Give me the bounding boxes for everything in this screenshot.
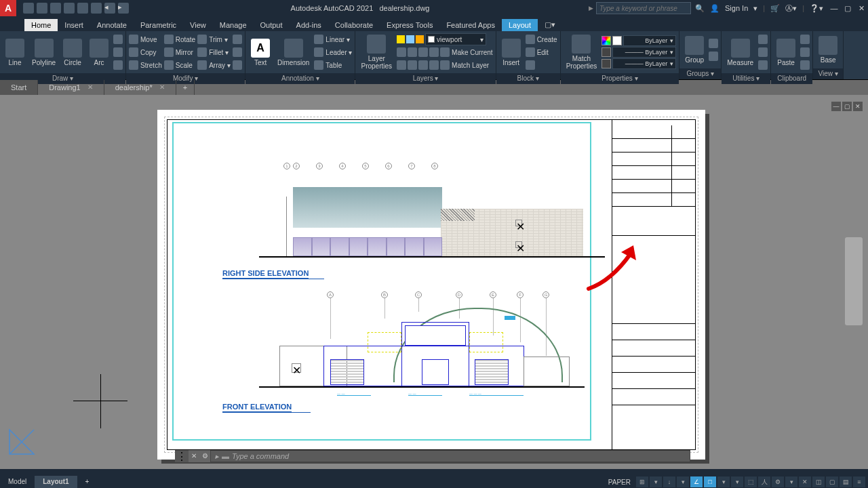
tab-express[interactable]: Express Tools [380,19,439,31]
group-ext2[interactable] [709,50,718,62]
bulb-icon[interactable] [397,35,405,43]
util-ext1[interactable] [758,33,768,45]
search-icon[interactable]: 🔍 [695,4,705,13]
util-ext2[interactable] [758,46,768,58]
navigation-bar[interactable] [845,237,863,325]
otrack-toggle[interactable]: □ [704,476,716,487]
help-icon[interactable]: ❔▾ [810,4,823,13]
lineweight-toggle[interactable]: ▾ [717,476,730,487]
tab-parametric[interactable]: Parametric [134,19,183,31]
undo-icon[interactable]: ◂ [104,3,115,14]
file-tab-drawing1[interactable]: Drawing1✕ [38,80,104,95]
draw-ext2[interactable] [113,46,123,58]
command-input[interactable]: ▸ ▬ Type a command [210,450,690,462]
ortho-toggle[interactable]: ↓ [663,476,675,487]
stretch-button[interactable]: Stretch [129,59,162,71]
close-icon[interactable]: ✕ [87,80,93,95]
linetype-icon[interactable] [601,59,611,68]
model-tab[interactable]: Model [0,476,35,488]
layer-properties-button[interactable]: Layer Properties [358,33,395,71]
polar-toggle[interactable]: ▾ [677,476,689,487]
workspace-toggle[interactable]: ▾ [785,476,797,487]
insert-button[interactable]: Insert [499,33,524,71]
trim-button[interactable]: Trim▾ [197,33,231,45]
tab-manage[interactable]: Manage [213,19,254,31]
customize-toggle[interactable]: ≡ [853,476,865,487]
scale-button[interactable]: Scale [164,59,195,71]
layer-ext7[interactable] [418,59,428,71]
modify-ext3[interactable] [233,59,242,71]
cart-icon[interactable]: 🛒 [770,4,780,13]
max-viewport-button[interactable]: ▢ [842,102,852,111]
linear-button[interactable]: Linear▾ [314,33,352,45]
create-button[interactable]: Create [526,33,557,45]
close-button[interactable]: ✕ [854,4,868,13]
lock-icon[interactable] [416,35,424,43]
app-logo[interactable]: A [0,0,16,16]
layer-ext3[interactable] [418,46,428,58]
panel-title-annotation[interactable]: Annotation ▾ [245,73,355,84]
tab-extra[interactable]: ▢▾ [538,18,562,31]
draw-ext3[interactable] [113,59,123,71]
cmd-customize-button[interactable]: ⚙ [199,450,210,462]
isolate-toggle[interactable]: ◫ [812,476,825,487]
share-icon[interactable]: Ⓐ▾ [785,3,797,14]
group-button[interactable]: Group [682,33,707,66]
cmd-grip-icon[interactable]: ⋮ [175,450,189,462]
save-icon[interactable] [50,3,61,14]
start-tab[interactable]: Start [0,80,38,95]
leader-button[interactable]: Leader▾ [314,46,352,58]
layer-ext5[interactable] [397,59,406,71]
tab-layout[interactable]: Layout [502,19,538,31]
draw-ext1[interactable] [113,33,123,45]
layer-ext1[interactable] [397,46,406,58]
group-ext1[interactable] [709,37,718,49]
grid-toggle[interactable]: ⊞ [636,476,648,487]
array-button[interactable]: Array▾ [197,59,231,71]
min-viewport-button[interactable]: — [831,102,841,111]
paper-space-label[interactable]: PAPER [604,479,635,486]
snap-toggle[interactable]: ▾ [650,476,662,487]
paste-button[interactable]: Paste [774,33,798,71]
dropdown-icon[interactable]: ▾ [753,4,757,13]
lock-toggle[interactable]: ✕ [799,476,811,487]
panel-title-utilities[interactable]: Utilities ▾ [722,73,770,84]
signin-link[interactable]: Sign In [725,4,748,12]
tab-insert[interactable]: Insert [58,19,90,31]
move-button[interactable]: Move [129,33,162,45]
color-wheel-icon[interactable] [601,36,611,45]
layer-dropdown[interactable]: viewport▾ [425,33,486,45]
mirror-button[interactable]: Mirror [164,46,195,58]
util-ext3[interactable] [758,59,768,71]
linetype-dropdown[interactable]: ——— ByLayer▾ [612,58,676,69]
close-viewport-button[interactable]: ✕ [853,102,863,111]
match-properties-button[interactable]: Match Properties [564,33,600,71]
open-icon[interactable] [37,3,47,14]
hardware-toggle[interactable]: ▢ [826,476,838,487]
text-button[interactable]: AText [248,33,273,71]
fillet-button[interactable]: Fillet▾ [197,46,231,58]
anno-toggle[interactable]: 人 [758,476,770,487]
rotate-button[interactable]: Rotate [164,33,195,45]
osnap-toggle[interactable]: ∠ [690,476,703,487]
tab-annotate[interactable]: Annotate [90,19,134,31]
tab-view[interactable]: View [183,19,213,31]
cmd-close-button[interactable]: ✕ [189,450,199,462]
layer-ext8[interactable] [429,59,439,71]
print-icon[interactable] [91,3,102,14]
color-swatch[interactable] [612,36,622,45]
tab-output[interactable]: Output [254,19,290,31]
minimize-button[interactable]: — [827,4,841,12]
close-icon[interactable]: ✕ [159,80,165,95]
add-tab-button[interactable]: + [176,80,195,95]
new-icon[interactable] [23,3,34,14]
paper-space[interactable]: 1 2 3 4 5 6 7 8 ✕ ✕ RIGHT SIDE ELEVATION [157,110,705,460]
layer-ext2[interactable] [408,46,417,58]
match-layer-button[interactable]: Match Layer [440,59,489,71]
search-input[interactable] [596,2,691,14]
clip-ext1[interactable] [800,33,810,45]
transparency-toggle[interactable]: ▾ [731,476,743,487]
lineweight-icon[interactable] [601,47,611,57]
panel-title-properties[interactable]: Properties ▾ [561,73,679,84]
redo-icon[interactable]: ▸ [118,3,129,14]
